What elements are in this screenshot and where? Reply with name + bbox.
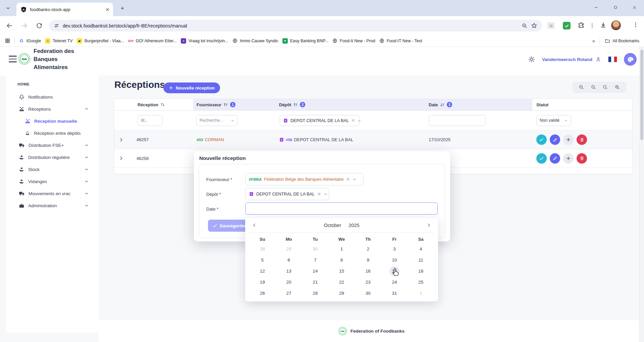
zoom-in-icon[interactable] [614,84,620,90]
extension-icon[interactable]: ▨ [547,22,555,29]
calendar-day[interactable]: 8 [328,254,355,266]
calendar-day[interactable]: 18 [408,266,434,277]
validate-button[interactable] [536,134,547,145]
filter-status-select[interactable]: Non validé [536,115,571,126]
bookmark-immo-cauwe[interactable]: Immo Cauwe Syndic [232,38,278,43]
bookmark-easy-banking[interactable]: ✦ Easy Banking BNP... [282,38,328,44]
modal-supplier-select[interactable]: #FBBA Fédération Belge des Banques Alime… [245,173,364,185]
address-bar[interactable]: dev.stock.foodbanksit.be/stock/app/fr-BE… [49,20,542,32]
edit-button[interactable] [550,134,560,145]
delete-button[interactable] [577,153,587,164]
filter-id-input[interactable] [138,115,162,126]
calendar-day[interactable]: 1 [408,288,434,299]
calendar-day[interactable]: 31 [381,288,408,299]
downloads-icon[interactable] [600,21,607,28]
forward-icon[interactable] [21,22,28,29]
window-close-button[interactable] [625,0,644,15]
calendar-day[interactable]: 27 [276,288,302,299]
bookmark-burgerprofiel[interactable]: ▰ Burgerprofiel - Vlaa... [77,38,124,44]
new-reception-button[interactable]: Nouvelle réception [163,82,220,93]
calendar-day[interactable]: 13 [276,266,302,277]
all-bookmarks-button[interactable]: All Bookmarks [605,38,639,44]
validate-button[interactable] [536,153,547,164]
back-icon[interactable] [6,22,13,29]
hamburger-menu-icon[interactable] [9,56,17,62]
profile-avatar[interactable] [611,20,621,30]
column-header-statut[interactable]: Statut [532,99,632,110]
calendar-day[interactable]: 20 [276,277,302,288]
sidebar-item-receptions[interactable]: Réceptions [6,103,99,115]
menu-dots-icon[interactable] [633,21,639,28]
calendar-prev-icon[interactable] [252,223,257,228]
sidebar-item-administration[interactable]: Administration [6,199,99,212]
bookmark-go-atheneum[interactable]: GO! GO! Atheneum Etter... [128,38,177,44]
bookmark-star-icon[interactable] [531,22,537,29]
sidebar-item-stock[interactable]: Stock [6,163,99,175]
save-button[interactable]: Sauvegarder [208,220,251,232]
calendar-day[interactable]: 15 [328,266,355,277]
column-header-fournisseur[interactable]: Fournisseur 1 [193,99,275,110]
calendar-day[interactable]: 3 [381,243,408,254]
calendar-day[interactable]: 5 [249,254,276,266]
sidebar-item-distribution-reguliere[interactable]: Distribution régulière [6,151,99,163]
clear-icon[interactable] [317,192,321,196]
window-maximize-button[interactable] [606,0,625,15]
calendar-day[interactable]: 9 [355,254,381,266]
calendar-day[interactable]: 4 [408,243,434,254]
calendar-day[interactable]: 1 [328,243,355,254]
edit-button[interactable] [550,153,560,164]
extensions-puzzle-icon[interactable] [578,21,585,28]
tab-close-icon[interactable] [105,7,110,12]
column-header-date[interactable]: Date 3 [426,99,532,110]
calendar-day[interactable]: 11 [408,254,434,266]
calendar-day[interactable]: 28 [249,243,276,254]
reload-icon[interactable] [36,22,43,29]
extension-check-icon[interactable] [563,22,571,30]
calendar-day[interactable]: 7 [302,254,328,266]
search-icon[interactable] [602,84,608,90]
clear-icon[interactable] [346,177,350,181]
expand-row-icon[interactable] [118,156,124,161]
page-scrollbar[interactable] [639,47,644,342]
bookmarks-overflow-chevron[interactable]: » [592,38,595,44]
calendar-day[interactable]: 19 [249,277,276,288]
modal-depot-select[interactable]: DEPOT CENTRAL DE LA BAL [245,188,329,200]
sidebar-item-distribution-fse[interactable]: Distribution FSE+ [6,139,99,151]
user-menu[interactable]: Vandermeersch Roland [542,56,601,63]
zoom-indicator-icon[interactable] [522,23,528,29]
theme-palette-button[interactable] [624,53,637,66]
site-info-icon[interactable] [54,23,59,28]
calendar-next-icon[interactable] [426,223,431,228]
expand-row-icon[interactable] [118,137,124,142]
tab-search-button[interactable] [3,3,13,13]
browser-tab[interactable]: A foodbanks-stock-app [16,3,113,16]
column-header-reception[interactable]: Réception [114,99,193,110]
zoom-out-icon[interactable] [579,84,584,90]
calendar-day[interactable]: 25 [408,277,434,288]
calendar-day[interactable]: 6 [276,254,302,266]
calendar-day[interactable]: 24 [381,277,408,288]
filter-depot-select[interactable]: DEPOT CENTRAL DE LA BAL [280,115,360,126]
sidebar-item-notifications[interactable]: Notifications [6,91,99,103]
calendar-day[interactable]: 21 [302,277,328,288]
url-text[interactable]: dev.stock.foodbanksit.be/stock/app/fr-BE… [63,23,518,28]
calendar-day[interactable]: 30 [302,243,328,254]
calendar-day[interactable]: 29 [328,288,355,299]
theme-sun-icon[interactable] [528,56,535,63]
calendar-day[interactable]: 14 [302,266,328,277]
clear-icon[interactable] [351,118,355,122]
filter-supplier-select[interactable]: Recherche... [196,115,238,126]
sidebar-item-reception-manuelle[interactable]: Réception manuelle [6,115,99,127]
language-flag-fr[interactable] [608,56,617,62]
sidebar-item-mouvements-en-vrac[interactable]: Mouvements en vrac [6,187,99,199]
new-tab-button[interactable]: + [118,4,127,13]
calendar-day[interactable]: 10 [381,254,408,266]
modal-date-input[interactable] [245,203,438,215]
add-line-button[interactable] [563,134,574,145]
zoom-out-small-icon[interactable] [591,84,596,90]
calendar-day[interactable]: 12 [249,266,276,277]
calendar-day[interactable]: 2 [355,243,381,254]
bookmark-foodit-test[interactable]: Food-IT New - Test [379,38,422,43]
calendar-month[interactable]: October [324,223,341,228]
calendar-day[interactable]: 22 [328,277,355,288]
